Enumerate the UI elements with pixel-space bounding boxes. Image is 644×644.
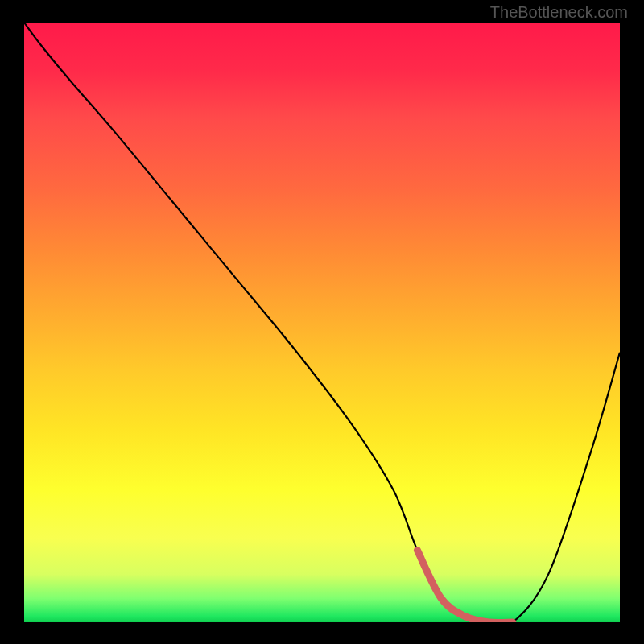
bottleneck-curve-path — [24, 23, 620, 622]
curve-svg — [24, 23, 620, 622]
chart-area — [24, 23, 620, 622]
highlight-segment-path — [417, 551, 512, 622]
watermark-text: TheBottleneck.com — [490, 3, 628, 22]
